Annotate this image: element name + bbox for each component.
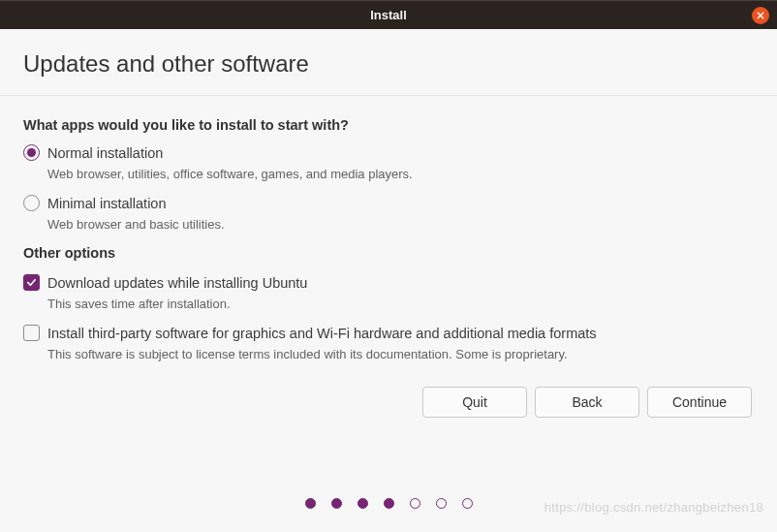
progress-dot — [410, 498, 420, 509]
titlebar: Install — [0, 0, 777, 29]
option-normal[interactable]: Normal installation — [23, 144, 754, 161]
window-title: Install — [370, 8, 407, 22]
watermark: https://blog.csdn.net/zhangbeizhen18 — [544, 500, 763, 515]
option-thirdparty[interactable]: Install third-party software for graphic… — [23, 325, 754, 341]
content-area: Updates and other software What apps wou… — [0, 29, 777, 486]
option-normal-desc: Web browser, utilities, office software,… — [47, 167, 754, 181]
option-minimal-desc: Web browser and basic utilities. — [47, 217, 754, 232]
page-title: Updates and other software — [0, 50, 777, 96]
option-download-desc: This saves time after installation. — [47, 297, 754, 311]
progress-dot — [436, 498, 447, 509]
radio-minimal[interactable] — [23, 195, 40, 211]
option-download-label: Download updates while installing Ubuntu — [47, 275, 307, 291]
form-area: What apps would you like to install to s… — [23, 96, 754, 418]
continue-button[interactable]: Continue — [647, 387, 752, 418]
close-icon — [757, 12, 764, 19]
install-question: What apps would you like to install to s… — [23, 117, 754, 133]
other-options-title: Other options — [23, 245, 754, 261]
radio-normal[interactable] — [23, 144, 40, 161]
option-minimal-label: Minimal installation — [47, 196, 167, 211]
progress-dot — [357, 498, 368, 509]
progress-dot — [384, 498, 394, 509]
option-thirdparty-label: Install third-party software for graphic… — [47, 326, 597, 341]
progress-dot — [462, 498, 473, 509]
checkbox-download-updates[interactable] — [23, 274, 40, 291]
progress-dot — [305, 498, 316, 509]
button-row: Quit Back Continue — [23, 387, 754, 418]
progress-dot — [331, 498, 342, 509]
back-button[interactable]: Back — [535, 387, 639, 418]
checkbox-thirdparty[interactable] — [23, 325, 40, 341]
close-button[interactable] — [752, 7, 769, 24]
quit-button[interactable]: Quit — [422, 387, 527, 418]
option-download-updates[interactable]: Download updates while installing Ubuntu — [23, 274, 754, 291]
option-thirdparty-desc: This software is subject to license term… — [47, 347, 754, 361]
check-icon — [26, 277, 37, 288]
option-normal-label: Normal installation — [47, 145, 163, 161]
option-minimal[interactable]: Minimal installation — [23, 195, 754, 211]
